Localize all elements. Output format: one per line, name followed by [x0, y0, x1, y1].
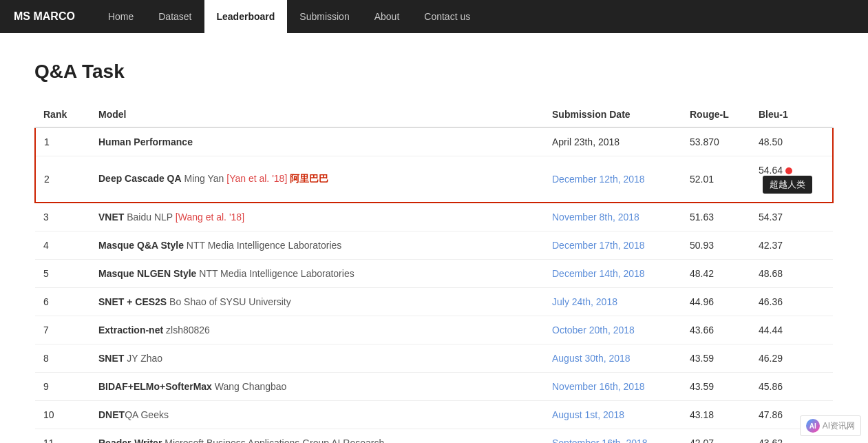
- watermark-logo: AI: [806, 419, 820, 433]
- page-title: Q&A Task: [34, 61, 834, 83]
- date-cell: September 16th, 2018: [544, 429, 681, 444]
- model-name: Masque Q&A Style: [98, 240, 184, 251]
- model-extra: Wang Changbao: [212, 381, 286, 392]
- model-name: Reader-Writer: [98, 437, 162, 443]
- table-row: 7Extraction-net zlsh80826October 20th, 2…: [35, 316, 833, 344]
- date-cell: November 8th, 2018: [544, 203, 681, 231]
- date-link[interactable]: August 1st, 2018: [552, 409, 624, 420]
- model-extra: NTT Media Intelligence Laboratories: [196, 268, 354, 279]
- table-row: 9BIDAF+ELMo+SofterMax Wang ChangbaoNovem…: [35, 373, 833, 401]
- model-extra: zlsh80826: [163, 324, 210, 336]
- date-link[interactable]: November 8th, 2018: [552, 212, 639, 223]
- model-cell: Masque NLGEN Style NTT Media Intelligenc…: [90, 260, 544, 288]
- model-cell: VNET Baidu NLP [Wang et al. '18]: [90, 203, 544, 231]
- rank-cell: 7: [35, 316, 90, 344]
- th-bleu-1: Bleu-1: [750, 102, 833, 127]
- bleu-cell: 46.29: [750, 344, 833, 373]
- date-link[interactable]: November 16th, 2018: [552, 381, 645, 392]
- bleu-cell: 54.64超越人类: [750, 156, 833, 203]
- bleu-cell: 48.50: [750, 127, 833, 156]
- bleu-cell: 44.44: [750, 316, 833, 344]
- date-cell: December 14th, 2018: [544, 260, 681, 288]
- date-link[interactable]: December 14th, 2018: [552, 268, 645, 279]
- table-row: 6SNET + CES2S Bo Shao of SYSU University…: [35, 288, 833, 316]
- model-reference-link[interactable]: [Yan et al. '18]: [226, 173, 287, 184]
- date-link[interactable]: September 16th, 2018: [552, 437, 648, 443]
- rank-cell: 2: [35, 156, 90, 203]
- table-body: 1Human PerformanceApril 23th, 201853.870…: [35, 127, 833, 443]
- rouge-cell: 42.07: [681, 429, 750, 444]
- model-chinese-label: 阿里巴巴: [287, 173, 328, 184]
- exceed-human-badge: 超越人类: [763, 176, 812, 194]
- rouge-cell: 43.59: [681, 344, 750, 373]
- main-content: Q&A Task RankModelSubmission DateRouge-L…: [0, 33, 868, 443]
- date-cell: December 17th, 2018: [544, 231, 681, 260]
- model-cell: Reader-Writer Microsoft Business Applica…: [90, 429, 544, 444]
- table-row: 11Reader-Writer Microsoft Business Appli…: [35, 429, 833, 444]
- nav-item-home[interactable]: Home: [96, 0, 146, 33]
- model-name: VNET: [98, 212, 124, 223]
- leaderboard-table: RankModelSubmission DateRouge-LBleu-1 1H…: [34, 102, 834, 443]
- model-name: Deep Cascade QA: [98, 173, 182, 184]
- nav-item-leaderboard[interactable]: Leaderboard: [204, 0, 288, 33]
- rank-cell: 8: [35, 344, 90, 373]
- date-link[interactable]: December 12th, 2018: [552, 174, 645, 185]
- table-row: 5Masque NLGEN Style NTT Media Intelligen…: [35, 260, 833, 288]
- table-row: 8SNET JY ZhaoAugust 30th, 201843.5946.29: [35, 344, 833, 373]
- th-rouge-l: Rouge-L: [681, 102, 750, 127]
- model-extra: Baidu NLP: [124, 212, 175, 223]
- rank-cell: 1: [35, 127, 90, 156]
- rank-cell: 3: [35, 203, 90, 231]
- table-row: 4Masque Q&A Style NTT Media Intelligence…: [35, 231, 833, 260]
- bleu-cell: 48.68: [750, 260, 833, 288]
- nav-item-about[interactable]: About: [362, 0, 412, 33]
- date-cell: August 30th, 2018: [544, 344, 681, 373]
- model-name: DNET: [98, 409, 125, 420]
- date-link[interactable]: July 24th, 2018: [552, 296, 617, 307]
- date-link[interactable]: August 30th, 2018: [552, 353, 631, 364]
- date-link[interactable]: December 17th, 2018: [552, 240, 645, 251]
- nav-menu: HomeDatasetLeaderboardSubmissionAboutCon…: [96, 0, 483, 33]
- model-name: Masque NLGEN Style: [98, 268, 196, 279]
- rouge-cell: 52.01: [681, 156, 750, 203]
- model-cell: Human Performance: [90, 127, 544, 156]
- bleu-cell: 42.37: [750, 231, 833, 260]
- th-submission-date: Submission Date: [544, 102, 681, 127]
- model-cell: SNET + CES2S Bo Shao of SYSU University: [90, 288, 544, 316]
- table-header: RankModelSubmission DateRouge-LBleu-1: [35, 102, 833, 127]
- model-extra: Bo Shao of SYSU University: [167, 296, 291, 307]
- nav-item-dataset[interactable]: Dataset: [146, 0, 204, 33]
- date-link[interactable]: October 20th, 2018: [552, 324, 635, 336]
- rank-cell: 9: [35, 373, 90, 401]
- nav-item-submission[interactable]: Submission: [287, 0, 361, 33]
- date-cell: April 23th, 2018: [544, 127, 681, 156]
- model-cell: Extraction-net zlsh80826: [90, 316, 544, 344]
- model-cell: Deep Cascade QA Ming Yan [Yan et al. '18…: [90, 156, 544, 203]
- rouge-cell: 51.63: [681, 203, 750, 231]
- model-name: Human Performance: [98, 136, 193, 147]
- bleu-cell: 45.86: [750, 373, 833, 401]
- model-extra: JY Zhao: [124, 353, 162, 364]
- date-cell: July 24th, 2018: [544, 288, 681, 316]
- rouge-cell: 43.18: [681, 401, 750, 429]
- rouge-cell: 53.870: [681, 127, 750, 156]
- table-row: 1Human PerformanceApril 23th, 201853.870…: [35, 127, 833, 156]
- model-reference-link[interactable]: [Wang et al. '18]: [176, 212, 244, 223]
- model-name: BIDAF+ELMo+SofterMax: [98, 381, 212, 392]
- rank-cell: 5: [35, 260, 90, 288]
- watermark-text: AI资讯网: [823, 420, 855, 432]
- th-rank: Rank: [35, 102, 90, 127]
- rouge-cell: 48.42: [681, 260, 750, 288]
- model-cell: BIDAF+ELMo+SofterMax Wang Changbao: [90, 373, 544, 401]
- model-cell: Masque Q&A Style NTT Media Intelligence …: [90, 231, 544, 260]
- model-extra: QA Geeks: [125, 409, 169, 420]
- table-row: 3VNET Baidu NLP [Wang et al. '18]Novembe…: [35, 203, 833, 231]
- rank-cell: 11: [35, 429, 90, 444]
- model-extra: Ming Yan: [182, 173, 227, 184]
- nav-item-contact-us[interactable]: Contact us: [412, 0, 483, 33]
- th-model: Model: [90, 102, 544, 127]
- navigation: MS MARCO HomeDatasetLeaderboardSubmissio…: [0, 0, 868, 33]
- rank-cell: 4: [35, 231, 90, 260]
- model-name: Extraction-net: [98, 324, 163, 336]
- model-name: SNET: [98, 353, 124, 364]
